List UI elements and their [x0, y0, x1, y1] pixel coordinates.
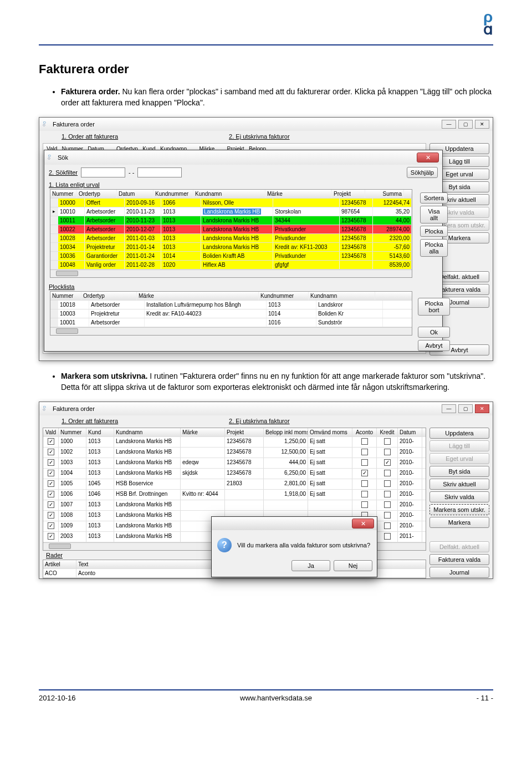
sortera-button[interactable]: Sortera: [420, 192, 448, 204]
delfakt-aktuell-button: Delfakt. aktuell: [429, 541, 489, 552]
sok-title: Sök: [58, 154, 68, 161]
minimize-button[interactable]: —: [442, 404, 456, 413]
filter-sep: - -: [129, 169, 134, 176]
app-icon: [43, 405, 50, 413]
plocka-bort-button[interactable]: Plocka bort: [418, 298, 450, 316]
bullet-fakturera-order: Fakturera order. Nu kan flera order "plo…: [61, 87, 493, 108]
confirm-dialog: ✕ ? Vill du markera alla valda fakturor …: [211, 516, 377, 577]
l-gg-till-button: Lägg till: [429, 440, 489, 451]
sokhjalp-button[interactable]: Sökhjälp: [407, 167, 438, 178]
filter-input-2[interactable]: [137, 167, 182, 177]
maximize-button[interactable]: ▢: [458, 404, 473, 413]
nej-button[interactable]: Nej: [334, 560, 372, 571]
sok-row[interactable]: 10034Projektretur2011-01-141013Landskron…: [50, 243, 412, 252]
lista-enligt-urval-label[interactable]: 1. Lista enligt urval: [47, 180, 416, 189]
window-titlebar: Fakturera order — ▢ ✕: [39, 402, 493, 415]
faktura-row[interactable]: ✓10061046HSB Brf. DrottningenKvitto nr: …: [43, 490, 426, 500]
footer-page: - 11 -: [477, 694, 493, 702]
plocklista-label: Plocklista: [47, 281, 416, 291]
page-footer: 2012-10-16 www.hantverksdata.se - 11 -: [39, 689, 493, 702]
plocka-alla-button[interactable]: Plocka alla: [420, 239, 448, 257]
tab-order-att-fakturera[interactable]: 1. Order att fakturera: [62, 418, 118, 424]
faktura-row[interactable]: ✓10041013Landskrona Markis HBskjdsk12345…: [43, 469, 426, 479]
sok-row[interactable]: 10000Offert2010-09-161066Nilsson, Olle12…: [50, 199, 412, 207]
avbryt-button[interactable]: Avbryt: [418, 340, 450, 351]
byt-sida-button[interactable]: Byt sida: [429, 466, 489, 477]
ja-button[interactable]: Ja: [291, 560, 330, 571]
sok-row[interactable]: 10028Arbetsorder2011-01-031013Landskrona…: [50, 234, 412, 243]
maximize-button[interactable]: ▢: [458, 120, 473, 129]
sok-row[interactable]: 10048Vanlig order2011-02-281020Hiflex AB…: [50, 261, 412, 270]
question-icon: ?: [217, 538, 232, 552]
fakturera-order-window-2: Fakturera order — ▢ ✕ 1. Order att faktu…: [39, 402, 493, 579]
faktura-row[interactable]: ✓10031013Landskrona Markis HBedeqw123456…: [43, 458, 426, 469]
bullet2-bold: Markera som utskrivna.: [61, 372, 147, 380]
page-heading: Fakturera order: [39, 62, 493, 77]
sok-grid-header: Nummer Ordertyp Datum Kundnummer Kundnam…: [50, 190, 412, 199]
minimize-button[interactable]: —: [442, 120, 456, 129]
sok-row[interactable]: 10011Arbetsorder2010-11-231013Landskrona…: [50, 216, 412, 225]
filter-input-1[interactable]: [81, 167, 125, 177]
plocka-button[interactable]: Plocka: [420, 226, 448, 237]
faktura-row[interactable]: ✓10051045HSB Boservice218032,801,00Ej sa…: [43, 479, 426, 490]
dialog-title: [214, 520, 216, 527]
brand-logo: ρɑ: [483, 11, 493, 36]
bullet1-bold: Fakturera order.: [61, 87, 120, 96]
close-button[interactable]: ✕: [475, 404, 489, 413]
faktura-row[interactable]: ✓10001013Landskrona Markis HB123456781,2…: [43, 437, 426, 448]
tab-ej-utskrivna[interactable]: 2. Ej utskrivna fakturor: [229, 418, 289, 424]
sok-dialog: Sök ✕ 2. Sökfilter - - Sökhjälp 1. Lista…: [44, 150, 443, 352]
window-title: Fakturera order: [53, 405, 95, 412]
eget-urval-button: Eget urval: [429, 453, 489, 464]
faktura-row[interactable]: ✓10021013Landskrona Markis HB1234567812,…: [43, 448, 426, 458]
ok-button[interactable]: Ok: [418, 327, 450, 338]
plock-row[interactable]: 10001Arbetsorder1016Sundströr: [50, 318, 412, 327]
plock-grid-header: Nummer Ordertyp Märke Kundnummer Kundnam…: [50, 292, 412, 301]
app-icon: [48, 154, 55, 161]
uppdatera-button[interactable]: Uppdatera: [429, 428, 489, 439]
faktura-row[interactable]: ✓10071013Landskrona Markis HB2010-: [43, 500, 426, 511]
skriv-aktuell-button[interactable]: Skriv aktuell: [429, 479, 489, 490]
header-divider: [39, 44, 493, 45]
markera-button[interactable]: Markera: [429, 517, 489, 528]
visa-allt-button[interactable]: Visa allt: [420, 206, 448, 223]
app-icon: [43, 120, 50, 128]
tab-order-att-fakturera[interactable]: 1. Order att fakturera: [62, 133, 118, 140]
close-button[interactable]: ✕: [475, 120, 489, 129]
footer-date: 2012-10-16: [39, 694, 76, 702]
dialog-close-button[interactable]: ✕: [352, 519, 374, 529]
skriv-valda-button[interactable]: Skriv valda: [429, 491, 489, 502]
journal-button[interactable]: Journal: [429, 567, 489, 578]
window-titlebar: Fakturera order — ▢ ✕: [39, 118, 493, 131]
plock-row[interactable]: 10018ArbetsorderInstallation Luftvärmepu…: [50, 301, 412, 309]
fakturera-valda-button[interactable]: Fakturera valda: [429, 554, 489, 565]
sok-close-button[interactable]: ✕: [417, 153, 439, 162]
footer-url: www.hantverksdata.se: [240, 694, 312, 702]
window-title: Fakturera order: [53, 121, 95, 128]
sok-row[interactable]: 10036Garantiorder2011-01-241014Boliden K…: [50, 252, 412, 261]
sok-row[interactable]: 10022Arbetsorder2010-12-071013Landskrona…: [50, 225, 412, 234]
sokfilter-label[interactable]: 2. Sökfilter: [49, 169, 78, 176]
markera-som-utskr--button[interactable]: Markera som utskr.: [429, 504, 489, 515]
tab-ej-utskrivna[interactable]: 2. Ej utskrivna fakturor: [229, 133, 289, 140]
plock-row[interactable]: 10003ProjektreturKredit av: FA10-4402310…: [50, 309, 412, 318]
bullet-markera-som-utskrivna: Markera som utskrivna. I rutinen "Faktur…: [61, 371, 493, 393]
sok-row[interactable]: ▸10010Arbetsorder2010-11-231013Landskron…: [50, 207, 412, 216]
faktura-grid-header: Vald Nummer Kund Kundnamn Märke Projekt …: [43, 428, 426, 437]
fakturera-order-window-1: Fakturera order — ▢ ✕ 1. Order att faktu…: [39, 117, 493, 361]
bullet1-text: Nu kan flera order "plockas" i samband m…: [61, 87, 492, 107]
dialog-message: Vill du markera alla valda fakturor som …: [237, 542, 370, 548]
